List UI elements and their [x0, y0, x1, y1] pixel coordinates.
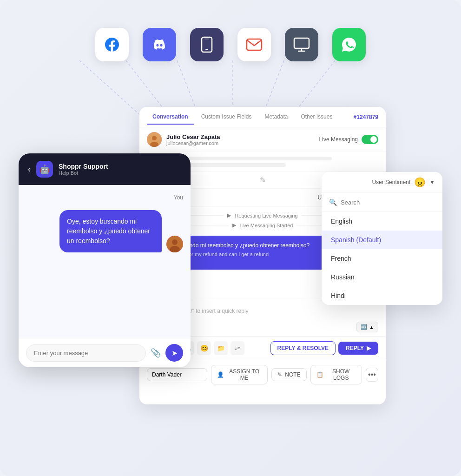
whatsapp-channel-icon[interactable] — [332, 28, 366, 61]
mobile-bot-icon: 🤖 — [36, 161, 53, 178]
mobile-header-info: Shoppr Support Help Bot — [59, 163, 181, 176]
user-email: juliocesar@gamer.com — [166, 140, 315, 146]
mobile-message-input[interactable] — [26, 344, 146, 362]
sentiment-dropdown-header: User Sentiment 😠 ▼ — [322, 172, 442, 193]
tab-conversation[interactable]: Conversation — [147, 110, 194, 125]
mobile-messages-area: You Oye, estoy buscando mi reembolso y ¿… — [19, 185, 191, 343]
emoji-button[interactable]: 😊 — [197, 341, 211, 355]
language-search-row: 🔍 — [322, 193, 442, 212]
show-logs-button[interactable]: 📋 SHOW LOGS — [310, 365, 362, 384]
mobile-you-label: You — [26, 194, 183, 201]
lang-option-french[interactable]: French — [322, 249, 442, 268]
translate-chevron: ▲ — [369, 324, 374, 330]
search-icon: 🔍 — [329, 198, 337, 206]
format-button[interactable]: ⇌ — [230, 341, 244, 355]
lang-option-hindi[interactable]: Hindi — [322, 286, 442, 305]
edit-button[interactable]: ✎ — [260, 176, 266, 185]
svg-rect-1 — [205, 49, 208, 50]
user-info-row: Julio Cesar Zapata juliocesar@gamer.com … — [139, 127, 386, 152]
note-label: NOTE — [285, 371, 300, 378]
system-msg-icon-1: ▶ — [227, 212, 231, 218]
user-name: Julio Cesar Zapata — [166, 133, 315, 140]
svg-point-14 — [152, 136, 157, 140]
lang-option-spanish[interactable]: Spanish (Default) — [322, 231, 442, 249]
logs-label: SHOW LOGS — [326, 368, 356, 381]
tab-other-issues[interactable]: Other Issues — [295, 110, 338, 125]
mobile-chat-widget: ‹ 🤖 Shoppr Support Help Bot You Oye, est… — [19, 153, 191, 367]
conversation-tabs: Conversation Custom Issue Fields Metadat… — [139, 107, 386, 127]
mobile-chat-header: ‹ 🤖 Shoppr Support Help Bot — [19, 153, 191, 185]
system-msg-icon-2: ▶ — [232, 222, 236, 228]
ticket-number: #1247879 — [354, 114, 378, 120]
mobile-message-bubble: Oye, estoy buscando mi reembolso y ¿pued… — [59, 210, 162, 252]
lang-option-russian[interactable]: Russian — [322, 268, 442, 286]
svg-rect-2 — [204, 39, 209, 40]
system-msg-text-1: Requesting Live Messaging — [235, 213, 297, 218]
sentiment-red-emoji: 😠 — [414, 177, 426, 188]
assign-label: ASSIGN TO ME — [227, 368, 262, 381]
live-messaging-label: Live Messaging — [319, 136, 358, 143]
desktop-channel-icon[interactable] — [285, 28, 318, 61]
channel-icons-row — [95, 28, 366, 61]
translate-button[interactable]: 🔤 ▲ — [356, 322, 378, 332]
tab-custom-issue-fields[interactable]: Custom Issue Fields — [196, 110, 257, 125]
mobile-input-area: 📎 ➤ — [19, 338, 191, 367]
live-messaging-toggle[interactable] — [362, 135, 378, 144]
assign-to-me-button[interactable]: 👤 ASSIGN TO ME — [211, 365, 268, 384]
assign-icon: 👤 — [217, 371, 224, 378]
user-avatar — [147, 132, 162, 147]
svg-point-17 — [172, 239, 178, 245]
mobile-chat-sub: Help Bot — [59, 170, 181, 176]
more-options-button[interactable]: ••• — [366, 368, 378, 382]
translate-icon: 🔤 — [361, 324, 367, 330]
mobile-attach-icon[interactable]: 📎 — [151, 348, 161, 358]
mobile-chat-name: Shoppr Support — [59, 163, 181, 170]
note-icon: ✎ — [277, 371, 282, 378]
mobile-channel-icon[interactable] — [190, 28, 224, 61]
facebook-channel-icon[interactable] — [95, 28, 129, 61]
system-msg-text-2: Live Messaging Started — [240, 223, 293, 228]
email-channel-icon[interactable] — [237, 28, 271, 61]
sentiment-header-label: User Sentiment — [372, 179, 410, 185]
mobile-send-button[interactable]: ➤ — [165, 344, 183, 362]
mobile-back-button[interactable]: ‹ — [28, 165, 31, 174]
assignee-select[interactable]: Darth Vader — [147, 368, 207, 381]
user-info: Julio Cesar Zapata juliocesar@gamer.com — [166, 133, 315, 146]
media-button[interactable]: 📁 — [214, 341, 228, 355]
tab-metadata[interactable]: Metadata — [259, 110, 293, 125]
live-messaging-toggle-row: Live Messaging — [319, 135, 378, 144]
reply-arrow-icon: ▶ — [367, 345, 371, 351]
mobile-user-avatar — [166, 236, 183, 252]
logs-icon: 📋 — [316, 371, 323, 378]
language-search-input[interactable] — [341, 199, 435, 206]
svg-rect-4 — [294, 38, 309, 48]
reply-resolve-button[interactable]: REPLY & RESOLVE — [270, 341, 336, 355]
reply-button[interactable]: REPLY ▶ — [338, 342, 378, 355]
reply-label: REPLY — [346, 345, 364, 351]
sentiment-header-chevron: ▼ — [429, 179, 435, 185]
lang-option-english[interactable]: English — [322, 212, 442, 231]
note-button[interactable]: ✎ NOTE — [271, 368, 306, 381]
language-dropdown: User Sentiment 😠 ▼ 🔍 English Spanish (De… — [322, 172, 442, 305]
discord-channel-icon[interactable] — [143, 28, 176, 61]
main-scene: Conversation Custom Issue Fields Metadat… — [0, 0, 461, 476]
svg-rect-3 — [247, 39, 262, 50]
mobile-message-row: Oye, estoy buscando mi reembolso y ¿pued… — [26, 210, 183, 252]
